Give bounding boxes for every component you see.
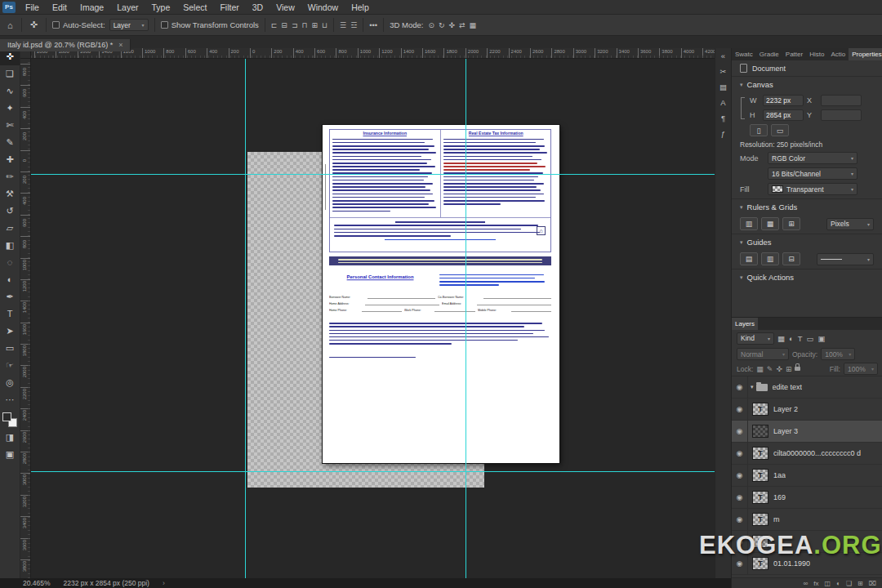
- show-transform-checkbox[interactable]: [161, 21, 168, 29]
- guide-toggle-icon[interactable]: ▤: [740, 252, 758, 265]
- lock-toggle-icon[interactable]: ⊞: [786, 365, 792, 373]
- layer-visibility-eye-icon[interactable]: [732, 487, 748, 508]
- layer-row[interactable]: 169: [732, 487, 882, 509]
- path-selection-tool[interactable]: ➤: [0, 323, 20, 340]
- panel-tab[interactable]: Patter: [782, 48, 806, 60]
- layers-footer-icon[interactable]: ⌧: [869, 580, 876, 587]
- zoom-level-field[interactable]: 20.465%: [23, 579, 51, 587]
- eyedropper-tool[interactable]: ✎: [0, 134, 20, 151]
- guide-style-dropdown[interactable]: ▾: [817, 253, 874, 265]
- ruler-grid-toggle-icon[interactable]: ▦: [761, 217, 779, 230]
- layer-visibility-eye-icon[interactable]: [732, 376, 748, 398]
- panel-tab[interactable]: Actio: [827, 48, 849, 60]
- 3d-mode-button-icon[interactable]: ⊙: [428, 21, 434, 29]
- color-swatches[interactable]: [2, 412, 17, 427]
- layers-footer-icon[interactable]: ❏: [846, 580, 852, 587]
- lasso-tool[interactable]: ∿: [0, 82, 20, 100]
- quick-selection-tool[interactable]: ✦: [0, 100, 20, 117]
- menu-item[interactable]: Help: [345, 0, 376, 15]
- menu-item[interactable]: Type: [145, 0, 176, 15]
- y-field[interactable]: [821, 109, 862, 121]
- 3d-mode-button-icon[interactable]: ⇄: [459, 21, 466, 29]
- close-tab-icon[interactable]: ×: [118, 41, 122, 49]
- horizontal-ruler[interactable]: 2000180016001400120010008006004002000200…: [31, 48, 715, 59]
- distribute-button-icon[interactable]: ☲: [350, 21, 357, 29]
- menu-item[interactable]: Window: [301, 0, 345, 15]
- glyphs-panel-icon[interactable]: ƒ: [715, 126, 731, 141]
- layer-visibility-eye-icon[interactable]: [732, 399, 748, 420]
- gradient-tool[interactable]: ◧: [0, 237, 20, 254]
- layer-row[interactable]: Layer 2: [732, 399, 882, 421]
- shape-tool[interactable]: ▭: [0, 340, 20, 357]
- layers-footer-icon[interactable]: ⊞: [858, 580, 863, 587]
- layers-footer-icon[interactable]: ∞: [804, 580, 808, 587]
- group-expand-chevron-icon[interactable]: [751, 384, 754, 390]
- ruler-grid-toggle-icon[interactable]: ▥: [740, 217, 758, 230]
- width-field[interactable]: 2232 px: [763, 95, 804, 106]
- align-button-icon[interactable]: ⊐: [292, 21, 298, 29]
- layer-row[interactable]: edite text: [732, 376, 882, 399]
- marquee-tool[interactable]: ❏: [0, 65, 20, 82]
- menu-item[interactable]: Edit: [46, 0, 74, 15]
- align-button-icon[interactable]: ⊞: [311, 21, 318, 29]
- link-dimensions-icon[interactable]: [741, 97, 745, 119]
- layers-footer-icon[interactable]: fx: [813, 580, 818, 587]
- vertical-guide[interactable]: [466, 59, 466, 578]
- zoom-tool[interactable]: ◎: [0, 374, 20, 391]
- guide-toggle-icon[interactable]: ▥: [761, 252, 779, 265]
- align-button-icon[interactable]: ⊓: [301, 21, 307, 29]
- menu-item[interactable]: Filter: [213, 0, 245, 15]
- status-options-arrow[interactable]: ›: [163, 579, 165, 587]
- eraser-tool[interactable]: ▱: [0, 220, 20, 237]
- align-button-icon[interactable]: ⊏: [271, 21, 278, 29]
- history-brush-tool[interactable]: ↺: [0, 203, 20, 220]
- layer-name[interactable]: cilta0000000...cccccccc0 d: [773, 449, 861, 457]
- lock-all-icon[interactable]: [795, 367, 800, 371]
- brush-tool[interactable]: ✏: [0, 168, 20, 185]
- filter-kind-dropdown[interactable]: Kind▾: [737, 332, 774, 345]
- 3d-mode-button-icon[interactable]: ✜: [448, 21, 455, 29]
- layer-name[interactable]: 01.01.1990: [773, 559, 810, 568]
- screen-mode-button[interactable]: ▣: [0, 446, 20, 463]
- edit-toolbar-button[interactable]: ⋯: [0, 391, 20, 408]
- height-field[interactable]: 2854 px: [763, 109, 804, 121]
- paragraph-panel-icon[interactable]: ¶: [715, 110, 731, 126]
- menu-item[interactable]: Layer: [110, 0, 145, 15]
- vertical-ruler[interactable]: 8006004002000200400600800100012001400160…: [20, 59, 31, 578]
- pen-tool[interactable]: ✒: [0, 288, 20, 305]
- document-tab[interactable]: Italy id.psd @ 20.7% (RGB/16) * ×: [0, 39, 131, 51]
- fill-opacity-dropdown[interactable]: 100%▾: [844, 363, 878, 375]
- lock-toggle-icon[interactable]: ▦: [756, 365, 764, 373]
- guides-section-header[interactable]: ▾ Guides: [732, 234, 882, 249]
- clone-stamp-tool[interactable]: ⚒: [0, 185, 20, 203]
- layer-visibility-eye-icon[interactable]: [732, 509, 748, 530]
- dodge-tool[interactable]: ◐: [0, 271, 20, 288]
- color-mode-dropdown[interactable]: RGB Color▾: [768, 152, 858, 164]
- panel-tab[interactable]: Histo: [806, 48, 827, 60]
- filter-type-icon[interactable]: T: [798, 334, 803, 343]
- menu-item[interactable]: Image: [74, 0, 110, 15]
- crop-panel-icon[interactable]: ✂: [715, 64, 731, 79]
- layer-name[interactable]: Layer 3: [773, 427, 798, 435]
- lock-toggle-icon[interactable]: ✎: [767, 365, 773, 373]
- orientation-button-icon[interactable]: ▯: [750, 124, 768, 136]
- blur-tool[interactable]: ◌: [0, 254, 20, 271]
- horizontal-guide[interactable]: [31, 471, 715, 472]
- layer-visibility-eye-icon[interactable]: [732, 465, 748, 486]
- menu-item[interactable]: File: [19, 0, 46, 15]
- menu-item[interactable]: View: [270, 0, 301, 15]
- healing-brush-tool[interactable]: ✚: [0, 151, 20, 168]
- filter-type-icon[interactable]: ▣: [818, 334, 826, 343]
- swatches-panel-icon[interactable]: ▤: [715, 79, 731, 95]
- auto-select-checkbox[interactable]: [52, 21, 60, 29]
- units-dropdown[interactable]: Pixels▾: [826, 218, 874, 230]
- layer-row[interactable]: Layer 3: [732, 421, 882, 443]
- tab-layers[interactable]: Layers: [732, 318, 758, 330]
- layer-row[interactable]: cilta0000000...cccccccc0 d: [732, 443, 882, 465]
- layer-thumbnail[interactable]: [752, 469, 768, 482]
- collapse-dock-icon[interactable]: «: [715, 48, 731, 64]
- hand-tool[interactable]: ☞: [0, 357, 20, 374]
- menu-item[interactable]: 3D: [246, 0, 270, 15]
- ruler-grid-toggle-icon[interactable]: ⊞: [782, 217, 800, 230]
- tab-properties[interactable]: Properties: [849, 48, 882, 60]
